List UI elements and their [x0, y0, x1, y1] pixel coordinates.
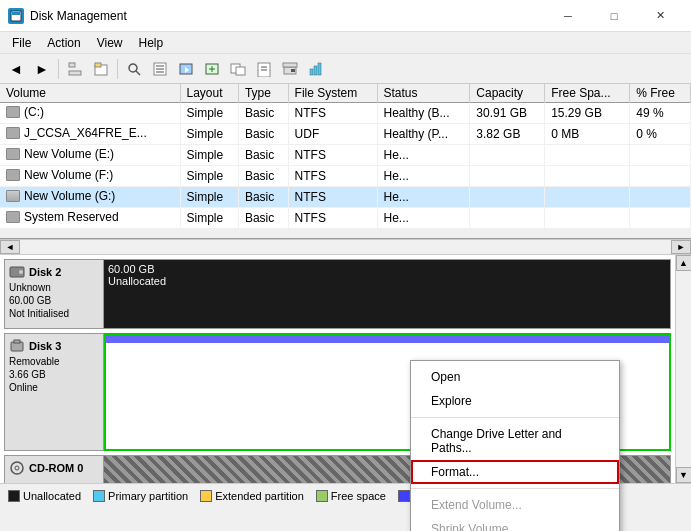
disk3-logical[interactable]: New Volume (G:) 3.65 GB NTFS Healthy (Lo…	[669, 335, 671, 449]
ctx-format[interactable]: Format...	[411, 460, 619, 484]
menu-action[interactable]: Action	[39, 32, 88, 54]
close-button[interactable]: ✕	[637, 0, 683, 32]
toolbar-btn4[interactable]	[148, 57, 172, 81]
cell-capacity	[470, 187, 545, 208]
cell-layout: Simple	[180, 103, 238, 124]
ctx-change-drive[interactable]: Change Drive Letter and Paths...	[411, 422, 619, 460]
cell-type: Basic	[238, 103, 288, 124]
disk3-status: Online	[9, 382, 99, 393]
cell-capacity	[470, 145, 545, 166]
cell-status: He...	[377, 208, 470, 229]
horizontal-scrollbar[interactable]: ◄ ►	[0, 239, 691, 255]
svg-rect-24	[291, 69, 295, 72]
cell-capacity: 30.91 GB	[470, 103, 545, 124]
disk3-top-bar	[106, 335, 669, 343]
cell-volume: (C:)	[0, 103, 180, 124]
window-controls: ─ □ ✕	[545, 0, 683, 32]
cell-pct	[630, 208, 691, 229]
col-status[interactable]: Status	[377, 84, 470, 103]
toolbar-sep-2	[117, 59, 118, 79]
svg-rect-5	[95, 63, 101, 67]
disk-icon	[9, 338, 25, 354]
col-volume[interactable]: Volume	[0, 84, 180, 103]
table-scroll[interactable]: Volume Layout Type File System Status Ca…	[0, 84, 691, 238]
menu-file[interactable]: File	[4, 32, 39, 54]
cdrom-name: CD-ROM 0	[29, 462, 83, 474]
col-pctfree[interactable]: % Free	[630, 84, 691, 103]
table-row[interactable]: New Volume (E:) Simple Basic NTFS He...	[0, 145, 691, 166]
svg-rect-31	[14, 340, 20, 343]
ctx-shrink: Shrink Volume...	[411, 517, 619, 531]
drive-icon	[6, 148, 20, 160]
toolbar-btn7[interactable]	[226, 57, 250, 81]
toolbar-btn3[interactable]	[122, 57, 146, 81]
scroll-down-btn[interactable]: ▼	[676, 467, 692, 483]
disk2-type: Unknown	[9, 282, 99, 293]
cell-free: 0 MB	[545, 124, 630, 145]
scroll-right-btn[interactable]: ►	[671, 240, 691, 254]
drive-icon	[6, 190, 20, 202]
table-row[interactable]: J_CCSA_X64FRE_E... Simple Basic UDF Heal…	[0, 124, 691, 145]
cell-pct: 49 %	[630, 103, 691, 124]
disk2-unallocated[interactable]: 60.00 GB Unallocated	[104, 260, 670, 328]
table-row[interactable]: System Reserved Simple Basic NTFS He...	[0, 208, 691, 229]
col-type[interactable]: Type	[238, 84, 288, 103]
disk2-status: Not Initialised	[9, 308, 99, 319]
ctx-sep-1	[411, 417, 619, 418]
context-menu: Open Explore Change Drive Letter and Pat…	[410, 360, 620, 531]
cell-type: Basic	[238, 124, 288, 145]
scroll-up-btn[interactable]: ▲	[676, 255, 692, 271]
cdrom-label: CD-ROM 0	[4, 455, 104, 483]
ctx-open[interactable]: Open	[411, 365, 619, 389]
toolbar-btn8[interactable]	[252, 57, 276, 81]
table-row[interactable]: (C:) Simple Basic NTFS Healthy (B... 30.…	[0, 103, 691, 124]
svg-rect-1	[12, 12, 20, 15]
svg-line-7	[136, 71, 140, 75]
window-title: Disk Management	[30, 9, 545, 23]
cell-volume: J_CCSA_X64FRE_E...	[0, 124, 180, 145]
scroll-left-btn[interactable]: ◄	[0, 240, 20, 254]
menu-view[interactable]: View	[89, 32, 131, 54]
cell-fs: NTFS	[288, 145, 377, 166]
cell-volume: New Volume (E:)	[0, 145, 180, 166]
legend-box-extended	[200, 490, 212, 502]
toolbar-explore[interactable]	[89, 57, 113, 81]
legend-box-freespace	[316, 490, 328, 502]
ctx-explore[interactable]: Explore	[411, 389, 619, 413]
cell-status: He...	[377, 145, 470, 166]
cell-status: Healthy (B...	[377, 103, 470, 124]
svg-point-33	[15, 466, 19, 470]
col-filesystem[interactable]: File System	[288, 84, 377, 103]
legend-freespace: Free space	[316, 490, 386, 502]
toolbar-btn9[interactable]	[278, 57, 302, 81]
drive-icon	[6, 169, 20, 181]
toolbar-btn10[interactable]	[304, 57, 328, 81]
table-header-row: Volume Layout Type File System Status Ca…	[0, 84, 691, 103]
table-row[interactable]: New Volume (G:) Simple Basic NTFS He...	[0, 187, 691, 208]
cell-fs: NTFS	[288, 166, 377, 187]
ctx-sep-2	[411, 488, 619, 489]
toolbar-btn5[interactable]	[174, 57, 198, 81]
menu-help[interactable]: Help	[131, 32, 172, 54]
toolbar-forward[interactable]: ►	[30, 57, 54, 81]
cell-layout: Simple	[180, 208, 238, 229]
legend-box-unallocated	[8, 490, 20, 502]
maximize-button[interactable]: □	[591, 0, 637, 32]
col-capacity[interactable]: Capacity	[470, 84, 545, 103]
svg-point-29	[19, 270, 23, 274]
disk2-partitions: 60.00 GB Unallocated	[104, 259, 671, 329]
toolbar-btn6[interactable]	[200, 57, 224, 81]
col-layout[interactable]: Layout	[180, 84, 238, 103]
toolbar-back[interactable]: ◄	[4, 57, 28, 81]
legend-box-logical	[398, 490, 410, 502]
cell-free: 15.29 GB	[545, 103, 630, 124]
cell-layout: Simple	[180, 124, 238, 145]
vertical-scrollbar[interactable]: ▲ ▼	[675, 255, 691, 483]
toolbar-up[interactable]	[63, 57, 87, 81]
legend-label-extended: Extended partition	[215, 490, 304, 502]
col-freespace[interactable]: Free Spa...	[545, 84, 630, 103]
scroll-track[interactable]	[20, 241, 671, 253]
minimize-button[interactable]: ─	[545, 0, 591, 32]
cell-free	[545, 187, 630, 208]
table-row[interactable]: New Volume (F:) Simple Basic NTFS He...	[0, 166, 691, 187]
